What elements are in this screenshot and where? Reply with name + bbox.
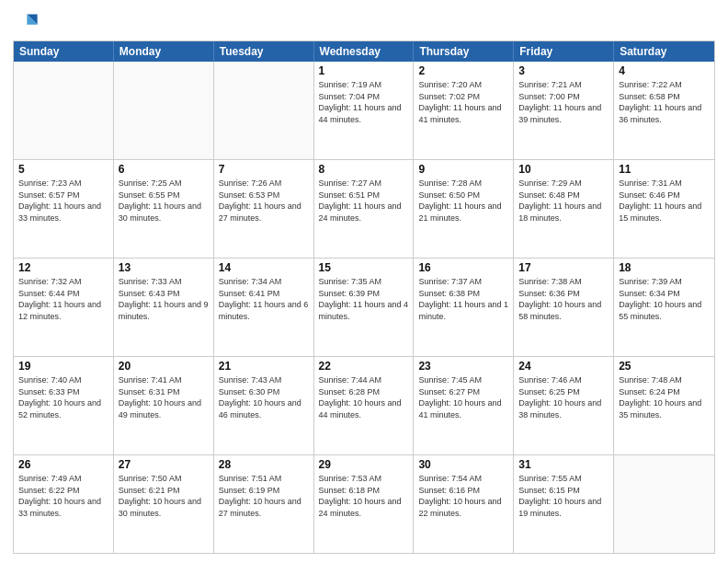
weekday-header-wednesday: Wednesday (314, 41, 415, 62)
cell-info: Sunrise: 7:27 AMSunset: 6:51 PMDaylight:… (319, 178, 409, 224)
cell-info: Sunrise: 7:22 AMSunset: 6:58 PMDaylight:… (619, 79, 710, 125)
day-number: 28 (219, 458, 309, 471)
day-cell-2: 2Sunrise: 7:20 AMSunset: 7:02 PMDaylight… (414, 62, 514, 159)
day-cell-empty-0-1 (114, 62, 214, 159)
day-cell-empty-0-0 (14, 62, 114, 159)
calendar-row-2: 5Sunrise: 7:23 AMSunset: 6:57 PMDaylight… (14, 159, 714, 258)
day-cell-5: 5Sunrise: 7:23 AMSunset: 6:57 PMDaylight… (14, 160, 114, 258)
cell-info: Sunrise: 7:53 AMSunset: 6:18 PMDaylight:… (319, 473, 409, 519)
weekday-header-thursday: Thursday (414, 41, 514, 62)
day-number: 7 (219, 163, 309, 176)
calendar-row-4: 19Sunrise: 7:40 AMSunset: 6:33 PMDayligh… (14, 356, 714, 454)
day-number: 17 (518, 261, 609, 274)
day-cell-15: 15Sunrise: 7:35 AMSunset: 6:39 PMDayligh… (314, 259, 415, 356)
cell-info: Sunrise: 7:23 AMSunset: 6:57 PMDaylight:… (18, 178, 108, 224)
day-cell-26: 26Sunrise: 7:49 AMSunset: 6:22 PMDayligh… (14, 455, 114, 553)
cell-info: Sunrise: 7:40 AMSunset: 6:33 PMDaylight:… (18, 374, 108, 420)
day-number: 21 (219, 360, 309, 373)
cell-info: Sunrise: 7:43 AMSunset: 6:30 PMDaylight:… (219, 374, 309, 420)
day-number: 25 (619, 360, 710, 373)
cell-info: Sunrise: 7:37 AMSunset: 6:38 PMDaylight:… (418, 276, 508, 322)
day-cell-empty-4-6 (614, 455, 714, 553)
day-cell-29: 29Sunrise: 7:53 AMSunset: 6:18 PMDayligh… (314, 455, 415, 553)
cell-info: Sunrise: 7:50 AMSunset: 6:21 PMDaylight:… (119, 473, 209, 519)
cell-info: Sunrise: 7:41 AMSunset: 6:31 PMDaylight:… (119, 374, 209, 420)
cell-info: Sunrise: 7:21 AMSunset: 7:00 PMDaylight:… (518, 79, 609, 125)
cell-info: Sunrise: 7:51 AMSunset: 6:19 PMDaylight:… (219, 473, 309, 519)
day-cell-19: 19Sunrise: 7:40 AMSunset: 6:33 PMDayligh… (14, 357, 114, 454)
day-number: 30 (418, 458, 508, 471)
day-cell-14: 14Sunrise: 7:34 AMSunset: 6:41 PMDayligh… (214, 259, 314, 356)
cell-info: Sunrise: 7:26 AMSunset: 6:53 PMDaylight:… (219, 178, 309, 224)
cell-info: Sunrise: 7:25 AMSunset: 6:55 PMDaylight:… (119, 178, 209, 224)
day-number: 20 (119, 360, 209, 373)
day-cell-10: 10Sunrise: 7:29 AMSunset: 6:48 PMDayligh… (514, 160, 614, 258)
day-number: 4 (619, 64, 710, 77)
cell-info: Sunrise: 7:34 AMSunset: 6:41 PMDaylight:… (219, 276, 309, 322)
day-number: 29 (319, 458, 409, 471)
cell-info: Sunrise: 7:33 AMSunset: 6:43 PMDaylight:… (119, 276, 209, 322)
day-cell-6: 6Sunrise: 7:25 AMSunset: 6:55 PMDaylight… (114, 160, 214, 258)
day-cell-28: 28Sunrise: 7:51 AMSunset: 6:19 PMDayligh… (214, 455, 314, 553)
weekday-header-tuesday: Tuesday (214, 41, 314, 62)
logo (13, 9, 42, 35)
calendar-body: 1Sunrise: 7:19 AMSunset: 7:04 PMDaylight… (14, 62, 714, 553)
day-number: 24 (518, 360, 609, 373)
day-number: 27 (119, 458, 209, 471)
cell-info: Sunrise: 7:39 AMSunset: 6:34 PMDaylight:… (619, 276, 710, 322)
cell-info: Sunrise: 7:32 AMSunset: 6:44 PMDaylight:… (18, 276, 108, 322)
day-number: 14 (219, 261, 309, 274)
day-number: 9 (418, 163, 508, 176)
day-cell-16: 16Sunrise: 7:37 AMSunset: 6:38 PMDayligh… (414, 259, 514, 356)
day-cell-20: 20Sunrise: 7:41 AMSunset: 6:31 PMDayligh… (114, 357, 214, 454)
day-cell-8: 8Sunrise: 7:27 AMSunset: 6:51 PMDaylight… (314, 160, 415, 258)
cell-info: Sunrise: 7:35 AMSunset: 6:39 PMDaylight:… (319, 276, 409, 322)
day-number: 31 (518, 458, 609, 471)
day-cell-4: 4Sunrise: 7:22 AMSunset: 6:58 PMDaylight… (614, 62, 714, 159)
cell-info: Sunrise: 7:31 AMSunset: 6:46 PMDaylight:… (619, 178, 710, 224)
cell-info: Sunrise: 7:49 AMSunset: 6:22 PMDaylight:… (18, 473, 108, 519)
day-cell-30: 30Sunrise: 7:54 AMSunset: 6:16 PMDayligh… (414, 455, 514, 553)
day-number: 23 (418, 360, 508, 373)
calendar-row-1: 1Sunrise: 7:19 AMSunset: 7:04 PMDaylight… (14, 62, 714, 159)
logo-icon (13, 9, 39, 35)
calendar-row-5: 26Sunrise: 7:49 AMSunset: 6:22 PMDayligh… (14, 454, 714, 553)
day-cell-25: 25Sunrise: 7:48 AMSunset: 6:24 PMDayligh… (614, 357, 714, 454)
day-number: 15 (319, 261, 409, 274)
cell-info: Sunrise: 7:45 AMSunset: 6:27 PMDaylight:… (418, 374, 508, 420)
day-number: 16 (418, 261, 508, 274)
day-number: 5 (18, 163, 108, 176)
day-number: 18 (619, 261, 710, 274)
day-number: 26 (18, 458, 108, 471)
cell-info: Sunrise: 7:38 AMSunset: 6:36 PMDaylight:… (518, 276, 609, 322)
day-cell-12: 12Sunrise: 7:32 AMSunset: 6:44 PMDayligh… (14, 259, 114, 356)
weekday-header-friday: Friday (514, 41, 614, 62)
calendar: SundayMondayTuesdayWednesdayThursdayFrid… (13, 40, 715, 554)
day-number: 22 (319, 360, 409, 373)
calendar-row-3: 12Sunrise: 7:32 AMSunset: 6:44 PMDayligh… (14, 258, 714, 356)
day-number: 13 (119, 261, 209, 274)
day-cell-1: 1Sunrise: 7:19 AMSunset: 7:04 PMDaylight… (314, 62, 415, 159)
cell-info: Sunrise: 7:48 AMSunset: 6:24 PMDaylight:… (619, 374, 710, 420)
day-cell-27: 27Sunrise: 7:50 AMSunset: 6:21 PMDayligh… (114, 455, 214, 553)
header (13, 9, 715, 35)
day-cell-empty-0-2 (214, 62, 314, 159)
day-cell-3: 3Sunrise: 7:21 AMSunset: 7:00 PMDaylight… (514, 62, 614, 159)
cell-info: Sunrise: 7:29 AMSunset: 6:48 PMDaylight:… (518, 178, 609, 224)
day-cell-31: 31Sunrise: 7:55 AMSunset: 6:15 PMDayligh… (514, 455, 614, 553)
day-number: 19 (18, 360, 108, 373)
day-cell-23: 23Sunrise: 7:45 AMSunset: 6:27 PMDayligh… (414, 357, 514, 454)
day-number: 11 (619, 163, 710, 176)
day-number: 3 (518, 64, 609, 77)
cell-info: Sunrise: 7:54 AMSunset: 6:16 PMDaylight:… (418, 473, 508, 519)
cell-info: Sunrise: 7:46 AMSunset: 6:25 PMDaylight:… (518, 374, 609, 420)
day-number: 10 (518, 163, 609, 176)
cell-info: Sunrise: 7:55 AMSunset: 6:15 PMDaylight:… (518, 473, 609, 519)
day-cell-7: 7Sunrise: 7:26 AMSunset: 6:53 PMDaylight… (214, 160, 314, 258)
cell-info: Sunrise: 7:28 AMSunset: 6:50 PMDaylight:… (418, 178, 508, 224)
day-cell-21: 21Sunrise: 7:43 AMSunset: 6:30 PMDayligh… (214, 357, 314, 454)
day-cell-17: 17Sunrise: 7:38 AMSunset: 6:36 PMDayligh… (514, 259, 614, 356)
calendar-header: SundayMondayTuesdayWednesdayThursdayFrid… (14, 41, 714, 62)
day-number: 12 (18, 261, 108, 274)
page: SundayMondayTuesdayWednesdayThursdayFrid… (0, 0, 728, 563)
